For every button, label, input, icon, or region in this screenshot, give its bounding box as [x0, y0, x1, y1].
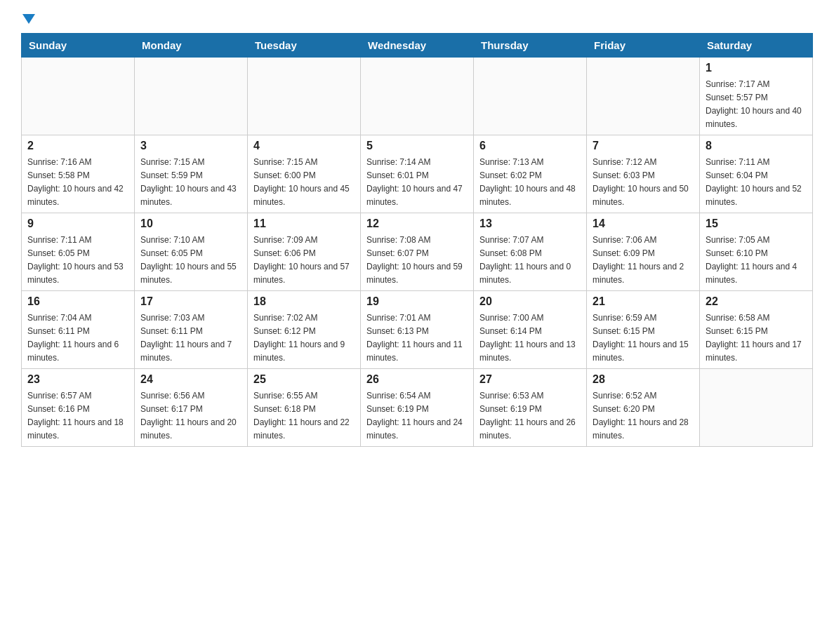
day-info: Sunrise: 7:14 AM Sunset: 6:01 PM Dayligh… [366, 157, 463, 207]
day-info: Sunrise: 7:10 AM Sunset: 6:05 PM Dayligh… [140, 235, 237, 285]
calendar-cell: 28Sunrise: 6:52 AM Sunset: 6:20 PM Dayli… [587, 369, 700, 447]
day-number: 12 [366, 217, 468, 230]
day-number: 2 [27, 140, 128, 152]
day-info: Sunrise: 7:16 AM Sunset: 5:58 PM Dayligh… [27, 157, 124, 207]
day-info: Sunrise: 7:08 AM Sunset: 6:07 PM Dayligh… [366, 235, 463, 285]
calendar-cell: 26Sunrise: 6:54 AM Sunset: 6:19 PM Dayli… [361, 369, 474, 447]
day-number: 27 [479, 373, 581, 386]
day-number: 23 [27, 373, 128, 386]
calendar-cell [248, 58, 361, 135]
day-number: 18 [253, 295, 355, 308]
day-number: 5 [366, 140, 468, 152]
day-info: Sunrise: 6:54 AM Sunset: 6:19 PM Dayligh… [366, 391, 463, 441]
day-header-thursday: Thursday [474, 34, 587, 58]
day-number: 3 [140, 140, 241, 152]
day-number: 6 [479, 140, 581, 152]
calendar-cell: 25Sunrise: 6:55 AM Sunset: 6:18 PM Dayli… [248, 369, 361, 447]
day-info: Sunrise: 7:04 AM Sunset: 6:11 PM Dayligh… [27, 313, 119, 363]
calendar-cell: 27Sunrise: 6:53 AM Sunset: 6:19 PM Dayli… [474, 369, 587, 447]
calendar-header: SundayMondayTuesdayWednesdayThursdayFrid… [22, 34, 813, 58]
calendar-cell: 21Sunrise: 6:59 AM Sunset: 6:15 PM Dayli… [587, 291, 700, 369]
day-number: 19 [366, 295, 468, 308]
calendar-cell [700, 369, 813, 447]
week-row-3: 9Sunrise: 7:11 AM Sunset: 6:05 PM Daylig… [22, 213, 813, 291]
calendar-cell: 2Sunrise: 7:16 AM Sunset: 5:58 PM Daylig… [22, 135, 135, 213]
day-header-tuesday: Tuesday [248, 34, 361, 58]
day-info: Sunrise: 7:13 AM Sunset: 6:02 PM Dayligh… [479, 157, 576, 207]
logo [21, 14, 35, 26]
calendar-table: SundayMondayTuesdayWednesdayThursdayFrid… [21, 33, 813, 447]
day-number: 1 [706, 62, 807, 74]
day-number: 24 [140, 373, 241, 386]
day-info: Sunrise: 7:05 AM Sunset: 6:10 PM Dayligh… [706, 235, 797, 285]
day-info: Sunrise: 6:53 AM Sunset: 6:19 PM Dayligh… [479, 391, 576, 441]
day-info: Sunrise: 7:11 AM Sunset: 6:04 PM Dayligh… [706, 157, 802, 207]
day-info: Sunrise: 7:09 AM Sunset: 6:06 PM Dayligh… [253, 235, 350, 285]
calendar-cell [361, 58, 474, 135]
day-info: Sunrise: 6:57 AM Sunset: 6:16 PM Dayligh… [27, 391, 124, 441]
week-row-2: 2Sunrise: 7:16 AM Sunset: 5:58 PM Daylig… [22, 135, 813, 213]
day-info: Sunrise: 7:00 AM Sunset: 6:14 PM Dayligh… [479, 313, 576, 363]
day-number: 22 [706, 295, 807, 308]
calendar-cell: 24Sunrise: 6:56 AM Sunset: 6:17 PM Dayli… [135, 369, 248, 447]
day-number: 9 [27, 217, 128, 230]
header-row: SundayMondayTuesdayWednesdayThursdayFrid… [22, 34, 813, 58]
day-info: Sunrise: 7:07 AM Sunset: 6:08 PM Dayligh… [479, 235, 571, 285]
day-info: Sunrise: 7:01 AM Sunset: 6:13 PM Dayligh… [366, 313, 463, 363]
calendar-cell: 17Sunrise: 7:03 AM Sunset: 6:11 PM Dayli… [135, 291, 248, 369]
day-number: 8 [706, 140, 807, 152]
calendar-cell: 18Sunrise: 7:02 AM Sunset: 6:12 PM Dayli… [248, 291, 361, 369]
day-number: 28 [593, 373, 694, 386]
day-info: Sunrise: 7:02 AM Sunset: 6:12 PM Dayligh… [253, 313, 345, 363]
page-header [21, 14, 813, 26]
calendar-cell: 3Sunrise: 7:15 AM Sunset: 5:59 PM Daylig… [135, 135, 248, 213]
day-info: Sunrise: 6:58 AM Sunset: 6:15 PM Dayligh… [706, 313, 802, 363]
day-number: 14 [593, 217, 694, 230]
calendar-cell: 13Sunrise: 7:07 AM Sunset: 6:08 PM Dayli… [474, 213, 587, 291]
day-number: 16 [27, 295, 128, 308]
day-number: 15 [706, 217, 807, 230]
calendar-cell: 14Sunrise: 7:06 AM Sunset: 6:09 PM Dayli… [587, 213, 700, 291]
day-header-wednesday: Wednesday [361, 34, 474, 58]
day-number: 10 [140, 217, 241, 230]
week-row-5: 23Sunrise: 6:57 AM Sunset: 6:16 PM Dayli… [22, 369, 813, 447]
calendar-cell [135, 58, 248, 135]
day-number: 25 [253, 373, 355, 386]
day-info: Sunrise: 7:12 AM Sunset: 6:03 PM Dayligh… [593, 157, 689, 207]
day-number: 20 [479, 295, 581, 308]
day-header-sunday: Sunday [22, 34, 135, 58]
day-info: Sunrise: 6:55 AM Sunset: 6:18 PM Dayligh… [253, 391, 350, 441]
calendar-cell: 15Sunrise: 7:05 AM Sunset: 6:10 PM Dayli… [700, 213, 813, 291]
week-row-1: 1Sunrise: 7:17 AM Sunset: 5:57 PM Daylig… [22, 58, 813, 135]
calendar-cell: 6Sunrise: 7:13 AM Sunset: 6:02 PM Daylig… [474, 135, 587, 213]
day-info: Sunrise: 6:52 AM Sunset: 6:20 PM Dayligh… [593, 391, 689, 441]
calendar-cell: 9Sunrise: 7:11 AM Sunset: 6:05 PM Daylig… [22, 213, 135, 291]
calendar-cell: 10Sunrise: 7:10 AM Sunset: 6:05 PM Dayli… [135, 213, 248, 291]
day-info: Sunrise: 7:17 AM Sunset: 5:57 PM Dayligh… [706, 79, 802, 129]
day-number: 4 [253, 140, 355, 152]
calendar-cell: 4Sunrise: 7:15 AM Sunset: 6:00 PM Daylig… [248, 135, 361, 213]
day-header-monday: Monday [135, 34, 248, 58]
day-info: Sunrise: 6:59 AM Sunset: 6:15 PM Dayligh… [593, 313, 689, 363]
calendar-cell: 22Sunrise: 6:58 AM Sunset: 6:15 PM Dayli… [700, 291, 813, 369]
calendar-cell: 12Sunrise: 7:08 AM Sunset: 6:07 PM Dayli… [361, 213, 474, 291]
calendar-cell: 8Sunrise: 7:11 AM Sunset: 6:04 PM Daylig… [700, 135, 813, 213]
calendar-cell: 11Sunrise: 7:09 AM Sunset: 6:06 PM Dayli… [248, 213, 361, 291]
day-number: 21 [593, 295, 694, 308]
calendar-cell [587, 58, 700, 135]
day-info: Sunrise: 6:56 AM Sunset: 6:17 PM Dayligh… [140, 391, 237, 441]
calendar-cell: 20Sunrise: 7:00 AM Sunset: 6:14 PM Dayli… [474, 291, 587, 369]
day-info: Sunrise: 7:03 AM Sunset: 6:11 PM Dayligh… [140, 313, 232, 363]
day-header-saturday: Saturday [700, 34, 813, 58]
day-info: Sunrise: 7:15 AM Sunset: 5:59 PM Dayligh… [140, 157, 237, 207]
calendar-cell: 7Sunrise: 7:12 AM Sunset: 6:03 PM Daylig… [587, 135, 700, 213]
calendar-cell: 1Sunrise: 7:17 AM Sunset: 5:57 PM Daylig… [700, 58, 813, 135]
calendar-body: 1Sunrise: 7:17 AM Sunset: 5:57 PM Daylig… [22, 58, 813, 447]
day-info: Sunrise: 7:06 AM Sunset: 6:09 PM Dayligh… [593, 235, 684, 285]
day-info: Sunrise: 7:15 AM Sunset: 6:00 PM Dayligh… [253, 157, 350, 207]
day-number: 7 [593, 140, 694, 152]
calendar-cell [22, 58, 135, 135]
calendar-cell: 16Sunrise: 7:04 AM Sunset: 6:11 PM Dayli… [22, 291, 135, 369]
calendar-cell: 23Sunrise: 6:57 AM Sunset: 6:16 PM Dayli… [22, 369, 135, 447]
day-number: 17 [140, 295, 241, 308]
